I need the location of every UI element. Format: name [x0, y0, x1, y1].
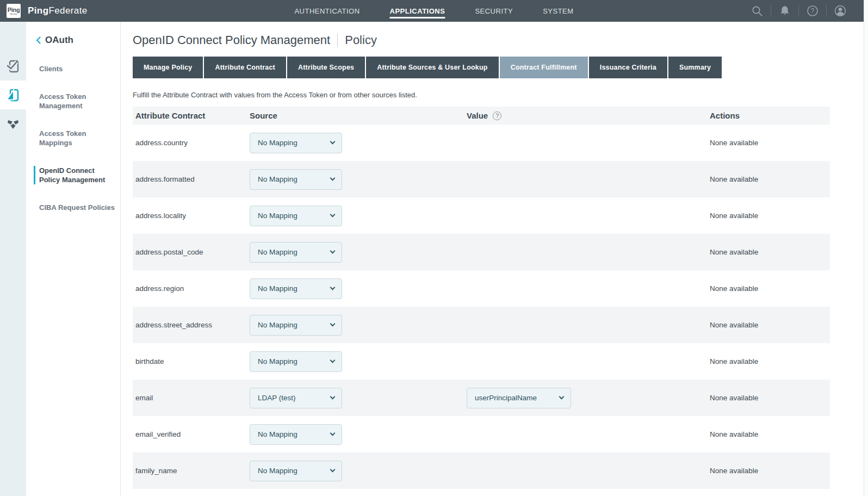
actions-text: None available	[710, 321, 758, 329]
table-row-email: email LDAP (test) userPrincipalName None…	[133, 380, 830, 416]
value-select-label: userPrincipalName	[475, 394, 537, 402]
source-select-label: LDAP (test)	[258, 394, 296, 402]
source-select[interactable]: No Mapping	[250, 351, 342, 372]
top-nav-authentication[interactable]: AUTHENTICATION	[294, 7, 359, 18]
source-select-label: No Mapping	[258, 467, 297, 475]
table-row-address-postal-code: address.postal_code No Mapping None avai…	[133, 234, 830, 270]
source-select-label: No Mapping	[258, 357, 297, 365]
sidebar-items: ClientsAccess Token ManagementAccess Tok…	[32, 64, 115, 212]
table-row-family-name: family_name No Mapping None available	[133, 452, 830, 489]
tab-attribute-contract[interactable]: Attribute Contract	[204, 57, 286, 78]
tab-manage-policy[interactable]: Manage Policy	[133, 57, 203, 78]
sidebar: OAuth ClientsAccess Token ManagementAcce…	[26, 22, 121, 496]
rail-spacer	[0, 22, 26, 52]
actions-text: None available	[710, 212, 758, 220]
check-document-icon[interactable]	[0, 52, 26, 80]
logo-text: Ping	[8, 7, 20, 13]
page-subtitle: Policy	[345, 33, 377, 47]
column-header-attribute-contract: Attribute Contract	[133, 111, 250, 120]
value-select[interactable]: userPrincipalName	[467, 388, 571, 408]
sidebar-item-access-token-mappings[interactable]: Access Token Mappings	[34, 129, 115, 147]
product-name: PingFederate	[28, 5, 88, 16]
actions-text: None available	[710, 175, 758, 183]
sidebar-item-clients[interactable]: Clients	[34, 64, 115, 73]
tab-attribute-scopes[interactable]: Attribute Scopes	[287, 57, 365, 78]
chevron-down-icon	[330, 321, 336, 327]
help-icon[interactable]: ?	[799, 5, 826, 17]
source-select-label: No Mapping	[258, 175, 297, 183]
tab-issuance-criteria[interactable]: Issuance Criteria	[589, 57, 667, 78]
source-select-label: No Mapping	[258, 284, 297, 293]
page-title-row: OpenID Connect Policy Management Policy	[133, 33, 864, 47]
source-select[interactable]: No Mapping	[250, 133, 342, 153]
source-select[interactable]: No Mapping	[250, 169, 342, 190]
table-row-address-country: address.country No Mapping None availabl…	[133, 125, 830, 161]
attribute-name: birthdate	[135, 357, 164, 365]
pingfederate-app: Ping Identity. PingFederate AUTHENTICATI…	[0, 0, 868, 496]
attribute-name: address.formatted	[135, 175, 195, 183]
tab-attribute-sources-user-lookup[interactable]: Attribute Sources & User Lookup	[366, 57, 498, 78]
table-row-email-verified: email_verified No Mapping None available	[133, 416, 830, 452]
top-nav: AUTHENTICATIONAPPLICATIONSSECURITYSYSTEM	[294, 0, 573, 22]
actions-text: None available	[710, 430, 758, 438]
actions-text: None available	[710, 357, 758, 365]
actions-text: None available	[710, 139, 758, 147]
token-bookmark-icon[interactable]	[0, 80, 26, 109]
chevron-down-icon	[330, 139, 336, 145]
table-row-address-region: address.region No Mapping None available	[133, 270, 830, 307]
value-help-icon[interactable]: ?	[493, 111, 501, 120]
source-select-label: No Mapping	[258, 248, 297, 256]
table-row-address-street-address: address.street_address No Mapping None a…	[133, 307, 830, 343]
chevron-down-icon	[330, 249, 336, 254]
column-header-value: Value ?	[467, 111, 710, 120]
attribute-name: email_verified	[135, 430, 181, 438]
chevron-down-icon	[330, 285, 336, 290]
tab-contract-fulfillment[interactable]: Contract Fulfillment	[500, 57, 588, 78]
table-row-birthdate: birthdate No Mapping None available	[133, 343, 830, 380]
ping-identity-logo[interactable]: Ping Identity.	[7, 4, 21, 18]
source-select[interactable]: LDAP (test)	[250, 388, 342, 408]
top-nav-applications[interactable]: APPLICATIONS	[390, 7, 445, 18]
source-select[interactable]: No Mapping	[250, 206, 342, 226]
source-select-label: No Mapping	[258, 139, 297, 147]
attribute-name: address.street_address	[135, 321, 212, 329]
top-nav-system[interactable]: SYSTEM	[543, 7, 573, 18]
source-select[interactable]: No Mapping	[250, 242, 342, 263]
chevron-down-icon	[330, 358, 336, 363]
actions-text: None available	[710, 467, 758, 475]
svg-text:?: ?	[811, 7, 815, 15]
chevron-down-icon	[330, 394, 336, 400]
source-select-label: No Mapping	[258, 212, 297, 220]
tab-bar: Manage PolicyAttribute ContractAttribute…	[133, 57, 864, 78]
chevron-down-icon	[559, 394, 565, 400]
chevron-down-icon	[330, 431, 336, 436]
tab-summary[interactable]: Summary	[668, 57, 722, 78]
actions-text: None available	[710, 394, 758, 402]
source-select-label: No Mapping	[258, 430, 297, 438]
search-icon[interactable]	[743, 5, 771, 17]
column-header-source: Source	[250, 111, 467, 120]
top-nav-security[interactable]: SECURITY	[475, 7, 513, 18]
actions-text: None available	[710, 284, 758, 293]
sidebar-item-openid-connect-policy-management[interactable]: OpenID Connect Policy Management	[34, 166, 115, 184]
source-select[interactable]: No Mapping	[250, 424, 342, 445]
notifications-icon[interactable]	[771, 5, 798, 16]
scrollbar[interactable]	[864, 0, 868, 496]
table-row-address-formatted: address.formatted No Mapping None availa…	[133, 161, 830, 197]
top-header: Ping Identity. PingFederate AUTHENTICATI…	[0, 0, 868, 22]
header-icons: ?	[743, 4, 854, 17]
attribute-name: email	[135, 394, 153, 402]
sidebar-item-ciba-request-policies[interactable]: CIBA Request Policies	[34, 203, 115, 212]
fulfillment-table: Attribute Contract Source Value ? Action…	[133, 107, 830, 489]
shield-fragments-icon[interactable]	[0, 109, 26, 138]
title-divider	[337, 34, 338, 47]
sidebar-item-access-token-management[interactable]: Access Token Management	[34, 92, 115, 110]
table-header: Attribute Contract Source Value ? Action…	[133, 107, 830, 125]
source-select[interactable]: No Mapping	[250, 315, 342, 336]
source-select[interactable]: No Mapping	[250, 461, 342, 481]
sidebar-back-oauth[interactable]: OAuth	[32, 35, 115, 46]
account-icon[interactable]	[827, 4, 854, 17]
chevron-down-icon	[330, 176, 336, 181]
attribute-name: address.region	[135, 284, 184, 293]
source-select[interactable]: No Mapping	[250, 278, 342, 299]
